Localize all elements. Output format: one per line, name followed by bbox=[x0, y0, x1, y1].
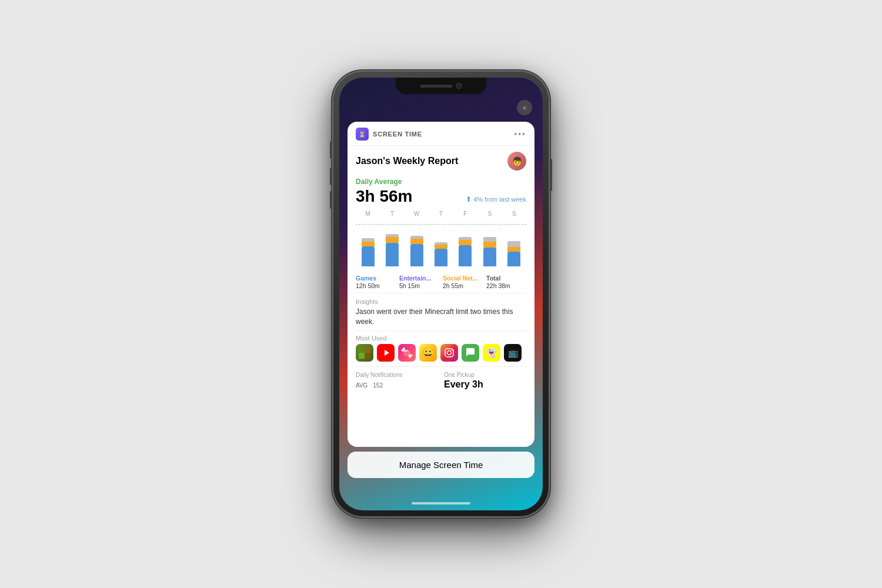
notch bbox=[396, 78, 487, 94]
app-candy-crush-icon[interactable]: 🍬 bbox=[398, 344, 416, 362]
avatar: 👦 bbox=[507, 152, 526, 171]
app-bitmoji-icon[interactable]: 😀 bbox=[419, 344, 437, 362]
manage-screen-time-button[interactable]: Manage Screen Time bbox=[348, 452, 534, 478]
notifications-number: 152 bbox=[373, 382, 383, 389]
cat-games-label: Games bbox=[356, 275, 396, 282]
daily-average-row: 3h 56m ⬆ 4% from last week bbox=[356, 187, 526, 206]
pickup-value: Every 3h bbox=[444, 379, 526, 390]
app-messages-icon[interactable] bbox=[462, 344, 479, 362]
app-youtube-icon[interactable] bbox=[377, 344, 395, 362]
cat-entertainment-label: Entertain... bbox=[399, 275, 439, 282]
main-card: ⏳ SCREEN TIME ••• Jason's Weekly Report … bbox=[348, 122, 534, 447]
daily-average-section: Daily Average 3h 56m ⬆ 4% from last week bbox=[348, 175, 534, 211]
change-text: 4% from last week bbox=[473, 196, 526, 203]
home-indicator bbox=[412, 502, 470, 505]
cat-total: Total 22h 38m bbox=[486, 275, 526, 289]
svg-rect-0 bbox=[359, 353, 365, 359]
average-line bbox=[356, 224, 526, 225]
more-dots[interactable]: ••• bbox=[514, 129, 526, 139]
daily-average-label: Daily Average bbox=[356, 178, 526, 186]
notch-speaker bbox=[420, 85, 453, 88]
app-tv-icon[interactable]: 📺 bbox=[504, 344, 522, 362]
stats-row: Daily Notifications AVG 152 One Pickup E… bbox=[348, 367, 534, 396]
app-snapchat-icon[interactable]: 👻 bbox=[483, 344, 500, 362]
chart-area bbox=[356, 219, 526, 266]
bar-monday bbox=[360, 238, 376, 266]
app-icons-row: 🍬 😀 👻 📺 bbox=[356, 344, 526, 362]
cat-total-time: 22h 38m bbox=[486, 282, 526, 289]
cat-entertainment[interactable]: Entertain... 5h 15m bbox=[399, 275, 439, 289]
bars-container bbox=[356, 219, 526, 266]
cat-games[interactable]: Games 12h 50m bbox=[356, 275, 396, 289]
close-button[interactable]: × bbox=[517, 100, 532, 115]
insights-text: Jason went over their Minecraft limit tw… bbox=[356, 307, 526, 327]
notch-camera bbox=[456, 83, 462, 89]
bar-tuesday bbox=[384, 234, 400, 266]
bar-thursday bbox=[433, 242, 449, 266]
cat-games-time: 12h 50m bbox=[356, 282, 396, 289]
day-T2: T bbox=[433, 211, 449, 217]
chart-section: M T W T F S S bbox=[348, 211, 534, 271]
most-used-section: Most Used 🍬 😀 bbox=[348, 331, 534, 366]
daily-average-change: ⬆ 4% from last week bbox=[466, 195, 526, 203]
cat-social[interactable]: Social Net... 2h 55m bbox=[443, 275, 483, 289]
bar-friday bbox=[457, 237, 473, 266]
phone-screen: × ⏳ SCREEN TIME ••• Jas bbox=[339, 78, 543, 510]
day-M: M bbox=[360, 211, 376, 217]
day-F: F bbox=[457, 211, 473, 217]
screen-time-header: ⏳ SCREEN TIME ••• bbox=[348, 122, 534, 146]
svg-marker-4 bbox=[385, 350, 389, 356]
category-legend: Games 12h 50m Entertain... 5h 15m Social… bbox=[348, 271, 534, 293]
most-used-label: Most Used bbox=[356, 335, 526, 342]
svg-point-7 bbox=[452, 349, 453, 350]
day-W: W bbox=[409, 211, 425, 217]
screen-time-icon: ⏳ bbox=[356, 128, 369, 141]
svg-rect-3 bbox=[365, 353, 370, 359]
bar-wednesday bbox=[409, 236, 425, 266]
bar-sunday bbox=[506, 241, 522, 266]
insights-label: Insights bbox=[356, 298, 526, 305]
notifications-prefix: AVG bbox=[356, 382, 368, 389]
phone-shell: × ⏳ SCREEN TIME ••• Jas bbox=[332, 71, 550, 517]
cat-total-label: Total bbox=[486, 275, 526, 282]
day-S2: S bbox=[506, 211, 522, 217]
bar-saturday bbox=[482, 237, 498, 266]
card-container: ⏳ SCREEN TIME ••• Jason's Weekly Report … bbox=[348, 122, 534, 478]
notifications-label: Daily Notifications bbox=[356, 372, 438, 378]
cat-social-label: Social Net... bbox=[443, 275, 483, 282]
day-T1: T bbox=[384, 211, 400, 217]
report-header: Jason's Weekly Report 👦 bbox=[348, 146, 534, 175]
screen-time-label: SCREEN TIME bbox=[373, 131, 422, 138]
report-title: Jason's Weekly Report bbox=[356, 156, 458, 166]
pickup-label: One Pickup bbox=[444, 372, 526, 378]
daily-average-time: 3h 56m bbox=[356, 187, 413, 206]
up-arrow-icon: ⬆ bbox=[466, 195, 472, 203]
svg-rect-2 bbox=[359, 347, 365, 353]
app-minecraft-icon[interactable] bbox=[356, 344, 373, 362]
svg-rect-1 bbox=[365, 347, 370, 353]
app-instagram-icon[interactable] bbox=[440, 344, 458, 362]
notifications-value: AVG 152 bbox=[356, 379, 438, 390]
insights-section: Insights Jason went over their Minecraft… bbox=[348, 293, 534, 330]
notifications-stat: Daily Notifications AVG 152 bbox=[356, 372, 438, 390]
header-left: ⏳ SCREEN TIME bbox=[356, 128, 422, 141]
svg-point-6 bbox=[447, 350, 452, 355]
cat-social-time: 2h 55m bbox=[443, 282, 483, 289]
pickup-stat: One Pickup Every 3h bbox=[444, 372, 526, 390]
cat-entertainment-time: 5h 15m bbox=[399, 282, 439, 289]
day-labels: M T W T F S S bbox=[356, 211, 526, 217]
day-S1: S bbox=[482, 211, 498, 217]
